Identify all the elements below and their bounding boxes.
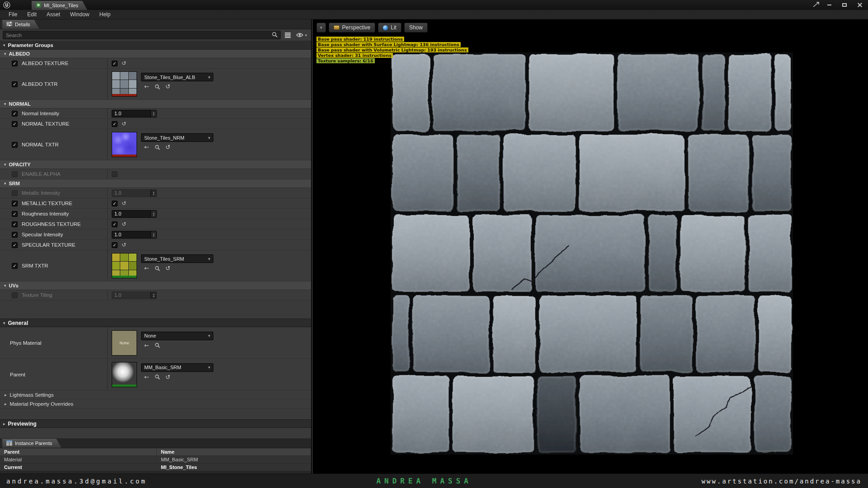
reset-icon[interactable]: ↺ bbox=[122, 242, 126, 248]
number-input-roughness-intensity[interactable]: 1.0▴▾ bbox=[112, 210, 157, 218]
number-input-metallic-intensity[interactable]: 1.0▴▾ bbox=[112, 189, 157, 197]
chevron-down-icon: ▾ bbox=[305, 33, 307, 38]
reset-icon[interactable]: ↺ bbox=[165, 265, 170, 271]
menu-item-help[interactable]: Help bbox=[94, 10, 116, 19]
section-header-uvs[interactable]: ▾UVs bbox=[0, 282, 311, 290]
expander-icon: ▾ bbox=[3, 321, 5, 325]
override-checkbox-albedo-txtr[interactable]: ✓ bbox=[12, 81, 18, 87]
reset-icon[interactable]: ↺ bbox=[122, 121, 126, 127]
reset-icon[interactable]: ↺ bbox=[122, 221, 126, 227]
override-checkbox-enable-alpha[interactable] bbox=[12, 171, 18, 177]
browse-icon[interactable] bbox=[155, 266, 160, 271]
parent-material-thumbnail[interactable] bbox=[112, 362, 137, 387]
section-header-albedo[interactable]: ▾ALBEDO bbox=[0, 50, 311, 58]
override-checkbox-metallic-texture[interactable]: ✓ bbox=[12, 201, 18, 206]
override-checkbox-normal-intensity[interactable]: ✓ bbox=[12, 111, 18, 117]
reset-icon[interactable]: ↺ bbox=[165, 84, 170, 89]
instance-parents-rows: MaterialMM_Basic_SRMCurrentMI_Stone_Tile… bbox=[0, 456, 311, 471]
viewport-options-dropdown[interactable]: ▾ bbox=[316, 23, 326, 33]
details-sliders-icon bbox=[6, 21, 12, 28]
number-input-texture-tiling[interactable]: 1.0▴▾ bbox=[112, 291, 157, 299]
spinner-icon[interactable]: ▴▾ bbox=[151, 211, 156, 217]
override-checkbox-albedo-texture[interactable]: ✓ bbox=[12, 61, 18, 66]
search-box[interactable] bbox=[3, 31, 281, 39]
override-checkbox-normal-txtr[interactable]: ✓ bbox=[12, 142, 18, 148]
srm-thumbnail[interactable] bbox=[112, 253, 137, 278]
override-checkbox-specular-texture[interactable]: ✓ bbox=[12, 242, 18, 248]
parameter-groups-header[interactable]: ▾Parameter Groups bbox=[0, 41, 311, 50]
reset-icon[interactable]: ↺ bbox=[122, 201, 126, 206]
show-button[interactable]: Show bbox=[404, 23, 428, 33]
section-header-opacity[interactable]: ▾OPACITY bbox=[0, 160, 311, 169]
browse-icon[interactable] bbox=[155, 374, 160, 380]
value-checkbox-specular-texture[interactable]: ✓ bbox=[112, 242, 118, 248]
texture-cell bbox=[120, 262, 128, 269]
use-selected-icon[interactable]: ← bbox=[144, 265, 149, 271]
asset-tab-mi-stone-tiles[interactable]: MI_Stone_Tiles bbox=[32, 1, 87, 10]
view-list-icon[interactable] bbox=[283, 32, 292, 39]
asset-dropdown-albedo-txtr[interactable]: Stone_Tiles_Blue_ALB▾ bbox=[141, 73, 213, 81]
value-checkbox-roughness-texture[interactable]: ✓ bbox=[112, 221, 118, 227]
instance-parents-tab[interactable]: Instance Parents bbox=[2, 439, 61, 448]
spinner-icon[interactable]: ▴▾ bbox=[151, 110, 156, 117]
number-input-normal-intensity[interactable]: 1.0▴▾ bbox=[112, 110, 157, 117]
reset-icon[interactable]: ↺ bbox=[165, 144, 170, 150]
menu-item-file[interactable]: File bbox=[4, 10, 22, 19]
section-header-srm[interactable]: ▾SRM bbox=[0, 179, 311, 188]
normal-thumbnail[interactable] bbox=[112, 132, 137, 157]
override-checkbox-specular-intensity[interactable]: ✓ bbox=[12, 232, 18, 238]
stone-tiles-preview[interactable] bbox=[391, 52, 793, 455]
value-checkbox-normal-texture[interactable]: ✓ bbox=[112, 121, 118, 127]
menu-item-asset[interactable]: Asset bbox=[42, 10, 65, 19]
maximize-button[interactable] bbox=[839, 1, 850, 9]
override-checkbox-roughness-texture[interactable]: ✓ bbox=[12, 221, 18, 227]
details-tab[interactable]: Details bbox=[2, 20, 39, 29]
spinner-icon[interactable]: ▴▾ bbox=[151, 231, 156, 238]
material-preview-viewport[interactable]: ▾ Perspective Lit Show Base pass shader:… bbox=[313, 19, 868, 474]
spinner-icon[interactable]: ▴▾ bbox=[151, 292, 156, 299]
asset-dropdown-normal-txtr[interactable]: Stone_Tiles_NRM▾ bbox=[141, 133, 213, 142]
spinner-icon[interactable]: ▴▾ bbox=[151, 190, 156, 197]
perspective-icon bbox=[334, 25, 340, 30]
value-checkbox-enable-alpha[interactable] bbox=[112, 171, 118, 177]
close-button[interactable] bbox=[854, 1, 865, 9]
reset-icon[interactable]: ↺ bbox=[165, 374, 170, 380]
browse-icon[interactable] bbox=[155, 343, 160, 348]
reset-icon[interactable]: ↺ bbox=[122, 61, 126, 66]
lit-button[interactable]: Lit bbox=[378, 23, 401, 33]
browse-icon[interactable] bbox=[155, 84, 160, 89]
override-checkbox-metallic-intensity[interactable] bbox=[12, 190, 18, 196]
visibility-eye-icon[interactable]: ▾ bbox=[295, 32, 308, 38]
perspective-button[interactable]: Perspective bbox=[329, 23, 376, 33]
override-checkbox-texture-tiling[interactable] bbox=[12, 292, 18, 298]
override-checkbox-roughness-intensity[interactable]: ✓ bbox=[12, 211, 18, 217]
value-checkbox-albedo-texture[interactable]: ✓ bbox=[112, 61, 118, 66]
instance-parent-row[interactable]: CurrentMI_Stone_Tiles bbox=[0, 464, 311, 471]
menu-item-window[interactable]: Window bbox=[65, 10, 94, 19]
search-input[interactable] bbox=[6, 33, 272, 38]
use-selected-icon[interactable]: ← bbox=[144, 84, 149, 89]
feedback-icon[interactable] bbox=[813, 1, 819, 9]
override-checkbox-normal-texture[interactable]: ✓ bbox=[12, 121, 18, 127]
minimize-button[interactable] bbox=[824, 1, 835, 9]
number-input-specular-intensity[interactable]: 1.0▴▾ bbox=[112, 231, 157, 239]
lightmass-settings-row[interactable]: ▸ Lightmass Settings bbox=[0, 390, 311, 399]
asset-dropdown-srm-txtr[interactable]: Stone_Tiles_SRM▾ bbox=[141, 254, 213, 263]
menu-item-edit[interactable]: Edit bbox=[22, 10, 42, 19]
texture-cell bbox=[112, 262, 120, 269]
phys-material-thumbnail[interactable]: None bbox=[112, 330, 137, 356]
material-property-overrides-row[interactable]: ▸ Material Property Overrides bbox=[0, 399, 311, 408]
override-checkbox-srm-txtr[interactable]: ✓ bbox=[12, 263, 18, 269]
instance-parent-row[interactable]: MaterialMM_Basic_SRM bbox=[0, 456, 311, 464]
use-selected-icon[interactable]: ← bbox=[144, 374, 149, 380]
phys-material-dropdown[interactable]: None ▾ bbox=[141, 332, 213, 340]
previewing-header[interactable]: ▸ Previewing bbox=[0, 419, 311, 428]
albedo-thumbnail[interactable] bbox=[112, 71, 137, 97]
use-selected-icon[interactable]: ← bbox=[144, 343, 149, 348]
use-selected-icon[interactable]: ← bbox=[144, 144, 149, 150]
value-checkbox-metallic-texture[interactable]: ✓ bbox=[112, 201, 118, 206]
general-header[interactable]: ▾ General bbox=[0, 319, 311, 327]
browse-icon[interactable] bbox=[155, 145, 160, 150]
section-header-normal[interactable]: ▾NORMAL bbox=[0, 100, 311, 108]
parent-dropdown[interactable]: MM_Basic_SRM ▾ bbox=[141, 363, 213, 372]
